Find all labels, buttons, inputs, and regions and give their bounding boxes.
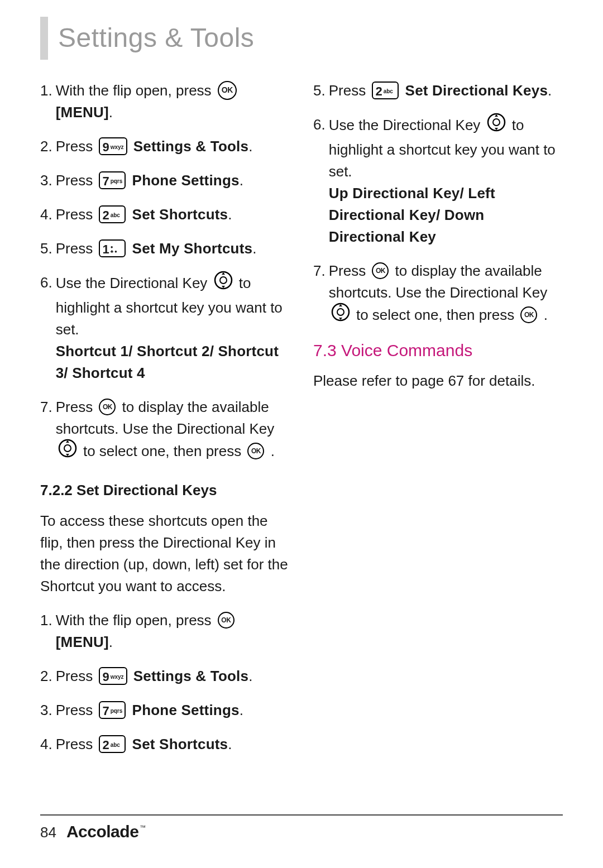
- brand-name: Accolade™: [66, 822, 145, 841]
- text: Press: [56, 668, 97, 684]
- subsection-title: 7.2.2 Set Directional Keys: [40, 482, 290, 499]
- svg-point-3: [64, 445, 71, 452]
- section-paragraph: Please refer to page 67 for details.: [313, 370, 563, 392]
- text: Press: [329, 262, 370, 279]
- step-7: 7. Press OK to display the available sho…: [40, 396, 290, 465]
- shortcut-list: Shortcut 1/ Shortcut 2/ Shortcut 3/ Shor…: [56, 343, 279, 381]
- text: With the flip open, press: [56, 612, 216, 629]
- step-3: 3. Press 7pqrs Phone Settings.: [40, 170, 290, 191]
- dir-step-6: 6. Use the Directional Key to highlight …: [313, 114, 563, 248]
- ok-icon: OK: [218, 612, 234, 629]
- step-body: Use the Directional Key to highlight a s…: [329, 114, 563, 248]
- key-2-icon: 2abc: [99, 205, 126, 223]
- text: Press: [56, 736, 97, 752]
- text: Press: [56, 206, 97, 223]
- label: Phone Settings: [132, 172, 240, 189]
- directional-key-icon: [214, 271, 233, 296]
- trademark-symbol: ™: [140, 824, 146, 831]
- text: .: [248, 668, 252, 684]
- step-number: 7.: [313, 260, 326, 282]
- label: Settings & Tools: [133, 668, 248, 684]
- key-7-icon: 7pqrs: [99, 171, 126, 189]
- step-number: 7.: [40, 396, 52, 418]
- step-2: 2. Press 9wxyz Settings & Tools.: [40, 136, 290, 157]
- page-title: Settings & Tools: [58, 17, 254, 60]
- text: .: [252, 240, 256, 257]
- title-accent-bar: [40, 17, 48, 60]
- step-body: Press 2abc Set Shortcuts.: [56, 733, 290, 755]
- svg-point-5: [493, 119, 500, 126]
- dir-step-1: 1. With the flip open, press OK [MENU].: [40, 610, 290, 653]
- dir-step-2: 2. Press 9wxyz Settings & Tools.: [40, 665, 290, 687]
- text: .: [228, 206, 232, 223]
- ok-icon: OK: [520, 306, 537, 323]
- directional-key-icon: [487, 113, 506, 138]
- text: Use the Directional Key: [329, 117, 485, 133]
- subsection-paragraph: To access these shortcuts open the flip,…: [40, 510, 290, 597]
- ok-icon: OK: [247, 443, 264, 459]
- step-1: 1. With the flip open, press OK [MENU].: [40, 80, 290, 123]
- step-body: Press 1●♣ ● Set My Shortcuts.: [56, 238, 290, 260]
- text: .: [548, 82, 552, 99]
- menu-label: [MENU]: [56, 634, 109, 650]
- label: Phone Settings: [132, 702, 240, 718]
- text: Press: [56, 240, 97, 257]
- text: .: [271, 443, 275, 459]
- step-body: With the flip open, press OK [MENU].: [56, 610, 290, 653]
- text: Press: [56, 138, 97, 155]
- step-number: 4.: [40, 204, 52, 226]
- step-number: 6.: [313, 114, 326, 136]
- text: to select one, then press: [83, 443, 246, 459]
- text: .: [248, 138, 252, 155]
- step-4: 4. Press 2abc Set Shortcuts.: [40, 204, 290, 226]
- label: Set Shortcuts: [132, 736, 228, 752]
- text: to select one, then press: [356, 306, 519, 323]
- page-title-block: Settings & Tools: [40, 17, 563, 60]
- key-2-icon: 2abc: [99, 735, 126, 753]
- step-body: With the flip open, press OK [MENU].: [56, 80, 290, 123]
- text: Use the Directional Key: [56, 275, 212, 291]
- step-5: 5. Press 1●♣ ● Set My Shortcuts.: [40, 238, 290, 260]
- step-body: Press 2abc Set Shortcuts.: [56, 204, 290, 226]
- step-body: Press 9wxyz Settings & Tools.: [56, 665, 290, 687]
- text: Press: [56, 172, 97, 189]
- svg-point-1: [220, 277, 227, 284]
- text: .: [240, 172, 243, 189]
- step-number: 1.: [40, 80, 52, 102]
- dir-step-3: 3. Press 7pqrs Phone Settings.: [40, 699, 290, 721]
- dir-key-list: Up Directional Key/ Left Directional Key…: [329, 185, 495, 245]
- page-footer: 84 Accolade™: [40, 814, 563, 841]
- step-body: Press OK to display the available shortc…: [56, 396, 290, 465]
- key-1-icon: 1●♣ ●: [99, 239, 126, 257]
- ok-icon: OK: [372, 262, 389, 279]
- step-number: 5.: [313, 80, 326, 102]
- text: Press: [329, 82, 370, 99]
- svg-point-7: [337, 309, 344, 315]
- step-6: 6. Use the Directional Key to highlight …: [40, 272, 290, 384]
- step-body: Press 7pqrs Phone Settings.: [56, 170, 290, 191]
- step-body: Press 7pqrs Phone Settings.: [56, 699, 290, 721]
- text: .: [109, 104, 113, 121]
- step-number: 3.: [40, 170, 52, 191]
- step-body: Press OK to display the available shortc…: [329, 260, 563, 329]
- brand-text: Accolade: [66, 822, 138, 841]
- text: .: [240, 702, 243, 718]
- menu-label: [MENU]: [56, 104, 109, 121]
- section-heading-voice-commands: 7.3 Voice Commands: [313, 341, 563, 360]
- dir-step-5: 5. Press 2abc Set Directional Keys.: [313, 80, 563, 102]
- ok-icon: OK: [218, 81, 237, 100]
- step-body: Use the Directional Key to highlight a s…: [56, 272, 290, 384]
- step-number: 4.: [40, 733, 52, 755]
- step-number: 6.: [40, 272, 52, 294]
- right-column: 5. Press 2abc Set Directional Keys. 6. U…: [313, 80, 563, 768]
- dir-step-7: 7. Press OK to display the available sho…: [313, 260, 563, 329]
- step-number: 1.: [40, 610, 52, 631]
- left-column: 1. With the flip open, press OK [MENU]. …: [40, 80, 290, 768]
- label: Set Shortcuts: [132, 206, 228, 223]
- directional-key-icon: [331, 303, 350, 328]
- text: Press: [56, 702, 97, 718]
- text: With the flip open, press: [56, 82, 216, 99]
- label: Set Directional Keys: [405, 82, 548, 99]
- directional-key-icon: [58, 439, 77, 464]
- step-number: 3.: [40, 699, 52, 721]
